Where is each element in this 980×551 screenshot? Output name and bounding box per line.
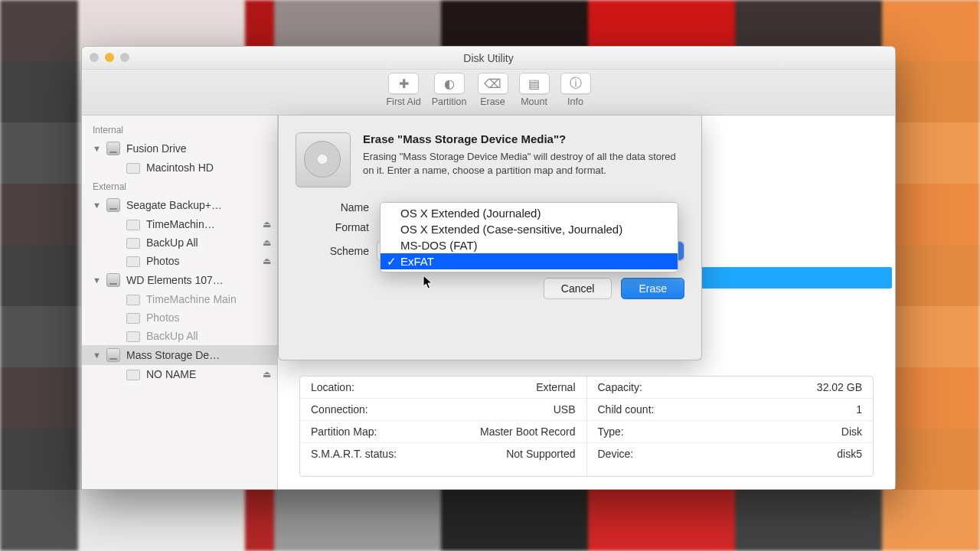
detail-value: Not Supported xyxy=(506,448,575,460)
sidebar-volume-no-name[interactable]: NO NAME ⏏ xyxy=(82,365,277,383)
sidebar-disk-fusion[interactable]: ▼ Fusion Drive xyxy=(82,139,277,158)
eject-icon[interactable]: ⏏ xyxy=(263,369,271,380)
sidebar-disk-seagate[interactable]: ▼ Seagate Backup+… xyxy=(82,195,277,215)
disk-utility-window: Disk Utility ✚ First Aid ◐ Partition ⌫ E… xyxy=(81,46,896,490)
detail-value: USB xyxy=(554,403,576,416)
sidebar-item-label: Photos xyxy=(146,311,180,324)
sidebar-item-label: WD Elements 107… xyxy=(126,274,224,286)
window-title: Disk Utility xyxy=(463,52,513,64)
volume-icon xyxy=(126,370,140,380)
sidebar-volume[interactable]: Photos ⏏ xyxy=(82,252,277,270)
format-option[interactable]: MS-DOS (FAT) xyxy=(381,237,678,253)
sidebar: Internal ▼ Fusion Drive Macintosh HD Ext… xyxy=(82,116,278,489)
detail-key: Type: xyxy=(598,425,624,438)
toolbar: ✚ First Aid ◐ Partition ⌫ Erase ▤ Mount … xyxy=(82,70,895,116)
chevron-down-icon[interactable]: ▼ xyxy=(93,201,100,210)
main-pane: Erase "Mass Storage Device Media"? Erasi… xyxy=(278,116,895,489)
volume-icon xyxy=(126,313,140,324)
format-dropdown-menu[interactable]: OS X Extended (Journaled) OS X Extended … xyxy=(380,202,678,272)
sidebar-disk-mass-storage[interactable]: ▼ Mass Storage De… xyxy=(82,345,277,365)
detail-row: Connection:USB xyxy=(300,399,586,421)
sidebar-item-label: Photos xyxy=(146,255,180,267)
toolbar-label: Erase xyxy=(480,96,505,107)
window-controls xyxy=(90,53,129,62)
sidebar-volume-macintosh-hd[interactable]: Macintosh HD xyxy=(82,158,277,177)
sheet-body: Erasing "Mass Storage Device Media" will… xyxy=(363,150,684,177)
sidebar-volume[interactable]: TimeMachine Main xyxy=(82,290,277,308)
info-icon: ⓘ xyxy=(570,76,582,92)
sidebar-volume[interactable]: Photos xyxy=(82,308,277,327)
sidebar-item-label: Fusion Drive xyxy=(126,142,187,155)
detail-row: Device:disk5 xyxy=(587,443,874,465)
volume-icon xyxy=(126,163,140,174)
option-label: OS X Extended (Case-sensitive, Journaled… xyxy=(400,223,622,236)
name-label: Name xyxy=(296,201,377,214)
detail-value: disk5 xyxy=(837,448,862,460)
sidebar-item-label: NO NAME xyxy=(146,368,196,380)
detail-row: Child count:1 xyxy=(587,399,874,421)
sidebar-volume[interactable]: BackUp All xyxy=(82,327,277,345)
format-option[interactable]: OS X Extended (Case-sensitive, Journaled… xyxy=(381,221,678,237)
sidebar-volume[interactable]: TimeMachin… ⏏ xyxy=(82,215,277,233)
detail-row: S.M.A.R.T. status:Not Supported xyxy=(300,443,586,465)
sidebar-section-external: External xyxy=(82,177,277,195)
minimize-icon[interactable] xyxy=(105,53,114,62)
disk-icon xyxy=(106,273,120,287)
mount-icon: ▤ xyxy=(528,77,540,91)
chevron-down-icon[interactable]: ▼ xyxy=(93,276,100,285)
detail-value: Disk xyxy=(841,425,862,438)
titlebar[interactable]: Disk Utility xyxy=(82,47,895,70)
scheme-label: Scheme xyxy=(296,245,377,257)
partition-button[interactable]: ◐ Partition xyxy=(432,73,467,115)
format-label: Format xyxy=(296,221,377,233)
detail-row: Location:External xyxy=(300,377,586,399)
option-label: MS-DOS (FAT) xyxy=(400,239,478,252)
zoom-icon[interactable] xyxy=(120,53,129,62)
toolbar-label: Partition xyxy=(432,96,467,107)
disk-icon xyxy=(106,142,120,155)
info-button[interactable]: ⓘ Info xyxy=(560,73,591,115)
detail-key: Connection: xyxy=(311,403,368,416)
toolbar-label: Mount xyxy=(521,96,547,107)
eject-icon[interactable]: ⏏ xyxy=(263,237,271,248)
button-label: Erase xyxy=(639,282,667,295)
stethoscope-icon: ✚ xyxy=(399,77,409,91)
detail-key: S.M.A.R.T. status: xyxy=(311,448,397,460)
eject-icon[interactable]: ⏏ xyxy=(263,219,271,230)
detail-value: Master Boot Record xyxy=(480,425,576,438)
first-aid-button[interactable]: ✚ First Aid xyxy=(386,73,420,115)
sidebar-item-label: Mass Storage De… xyxy=(126,349,220,361)
cancel-button[interactable]: Cancel xyxy=(544,278,612,299)
detail-row: Type:Disk xyxy=(587,421,874,443)
option-label: OS X Extended (Journaled) xyxy=(400,207,541,220)
format-option-selected[interactable]: ExFAT xyxy=(381,253,678,269)
sidebar-item-label: BackUp All xyxy=(146,330,198,342)
sidebar-disk-wd[interactable]: ▼ WD Elements 107… xyxy=(82,270,277,290)
sidebar-item-label: TimeMachine Main xyxy=(146,293,237,305)
chevron-down-icon[interactable]: ▼ xyxy=(93,144,100,153)
details-panel: Location:External Connection:USB Partiti… xyxy=(299,376,874,477)
detail-value: 1 xyxy=(856,403,862,416)
toolbar-label: Info xyxy=(567,96,583,107)
disk-icon xyxy=(106,348,120,362)
volume-icon xyxy=(126,220,140,230)
toolbar-label: First Aid xyxy=(386,96,420,107)
sheet-title: Erase "Mass Storage Device Media"? xyxy=(363,132,684,145)
sidebar-item-label: Seagate Backup+… xyxy=(126,199,222,211)
close-icon[interactable] xyxy=(90,53,99,62)
sidebar-item-label: BackUp All xyxy=(146,236,198,249)
erase-button[interactable]: ⌫ Erase xyxy=(478,73,508,115)
option-label: ExFAT xyxy=(400,255,434,268)
detail-key: Device: xyxy=(598,448,634,460)
eject-icon[interactable]: ⏏ xyxy=(263,256,271,266)
sidebar-volume[interactable]: BackUp All ⏏ xyxy=(82,233,277,252)
pie-icon: ◐ xyxy=(444,77,455,91)
format-option[interactable]: OS X Extended (Journaled) xyxy=(381,205,678,221)
mount-button[interactable]: ▤ Mount xyxy=(519,73,550,115)
chevron-down-icon[interactable]: ▼ xyxy=(93,350,100,360)
erase-confirm-button[interactable]: Erase xyxy=(621,278,684,299)
detail-value: 32.02 GB xyxy=(817,381,862,393)
volume-icon xyxy=(126,331,140,342)
harddrive-icon xyxy=(296,132,351,187)
detail-key: Child count: xyxy=(598,403,655,416)
